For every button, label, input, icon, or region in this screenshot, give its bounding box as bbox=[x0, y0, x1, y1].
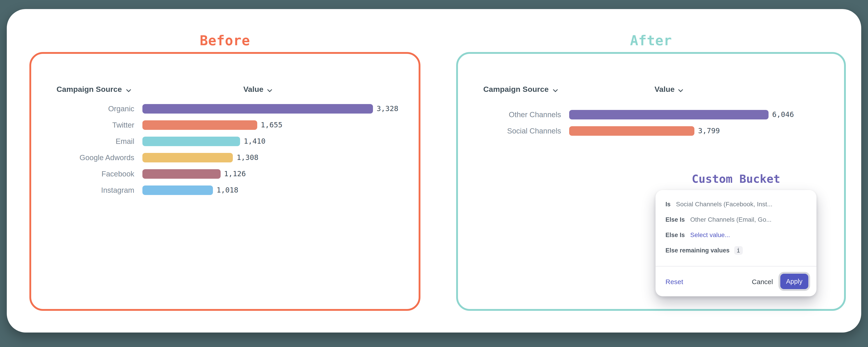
bar-track: 1,410 bbox=[143, 136, 373, 146]
value-header[interactable]: Value bbox=[655, 85, 683, 94]
chart-row: Twitter1,655 bbox=[57, 117, 418, 133]
category-label: Social Channels bbox=[483, 126, 561, 135]
chevron-down-icon bbox=[553, 86, 558, 94]
rule-value-select[interactable]: Social Channels (Facebook, Inst... bbox=[676, 200, 772, 208]
bar-track: 1,308 bbox=[143, 153, 373, 162]
chevron-down-icon bbox=[126, 86, 131, 94]
chart-row: Other Channels6,046 bbox=[483, 106, 844, 123]
bar[interactable] bbox=[143, 153, 233, 162]
value-header[interactable]: Value bbox=[243, 85, 272, 94]
value-header-label: Value bbox=[655, 85, 675, 94]
before-title: Before bbox=[29, 33, 421, 48]
bar[interactable] bbox=[143, 136, 240, 146]
bar[interactable] bbox=[143, 169, 220, 178]
after-bar-chart: Other Channels6,046Social Channels3,799 bbox=[483, 106, 844, 139]
bucket-rule-row: Else Is Other Channels (Email, Go... bbox=[655, 212, 816, 227]
custom-bucket-title: Custom Bucket bbox=[655, 172, 816, 186]
bar-value-label: 1,410 bbox=[244, 137, 266, 145]
category-label: Other Channels bbox=[483, 110, 561, 119]
category-label: Facebook bbox=[57, 169, 134, 178]
after-panel: Campaign Source Value bbox=[456, 52, 846, 311]
bar-track: 1,018 bbox=[143, 185, 373, 195]
bar[interactable] bbox=[569, 126, 694, 136]
rule-operator-label: Else Is bbox=[665, 216, 685, 223]
chart-row: Email1,410 bbox=[57, 133, 418, 149]
chart-row: Facebook1,126 bbox=[57, 166, 418, 182]
campaign-source-header[interactable]: Campaign Source bbox=[57, 85, 131, 94]
bar-value-label: 1,655 bbox=[260, 121, 282, 129]
campaign-source-header-label: Campaign Source bbox=[57, 85, 122, 94]
campaign-source-header[interactable]: Campaign Source bbox=[483, 85, 558, 94]
bar-track: 6,046 bbox=[569, 110, 769, 119]
rule-operator-label: Else Is bbox=[665, 231, 685, 238]
canvas-card: Before After Campaign Source Value bbox=[7, 9, 861, 332]
bar-track: 3,328 bbox=[143, 104, 373, 113]
category-label: Email bbox=[57, 137, 134, 145]
before-bar-chart: Organic3,328Twitter1,655Email1,410Google… bbox=[57, 100, 418, 198]
reset-button[interactable]: Reset bbox=[665, 278, 683, 285]
chart-row: Instagram1,018 bbox=[57, 182, 418, 198]
bar-value-label: 3,799 bbox=[698, 126, 720, 135]
category-label: Google Adwords bbox=[57, 153, 134, 162]
cancel-button[interactable]: Cancel bbox=[752, 278, 773, 285]
custom-bucket-section: Custom Bucket Is Social Channels (Facebo… bbox=[655, 172, 816, 296]
chart-row: Google Adwords1,308 bbox=[57, 149, 418, 166]
table-header-row: Campaign Source Value bbox=[57, 85, 418, 94]
table-header-row: Campaign Source Value bbox=[483, 85, 844, 94]
bucket-rule-row: Else remaining values i bbox=[655, 242, 816, 258]
after-title: After bbox=[456, 33, 846, 48]
chevron-down-icon bbox=[678, 86, 683, 94]
bar[interactable] bbox=[143, 104, 373, 113]
campaign-source-header-label: Campaign Source bbox=[483, 85, 549, 94]
bar-track: 3,799 bbox=[569, 126, 769, 136]
bar-value-label: 3,328 bbox=[377, 104, 398, 113]
custom-bucket-dialog: Is Social Channels (Facebook, Inst... El… bbox=[655, 190, 816, 296]
bucket-rule-row: Else Is Select value... bbox=[655, 227, 816, 242]
category-label: Twitter bbox=[57, 121, 134, 129]
category-label: Instagram bbox=[57, 186, 134, 194]
before-panel: Campaign Source Value bbox=[29, 52, 421, 311]
select-value-link[interactable]: Select value... bbox=[690, 231, 730, 238]
bar-value-label: 1,308 bbox=[237, 153, 258, 162]
bar[interactable] bbox=[143, 185, 213, 195]
bar[interactable] bbox=[143, 120, 257, 129]
chevron-down-icon bbox=[267, 86, 272, 94]
value-header-label: Value bbox=[243, 85, 264, 94]
rule-operator-label: Is bbox=[665, 201, 671, 207]
bar-value-label: 6,046 bbox=[772, 110, 794, 119]
category-label: Organic bbox=[57, 104, 134, 113]
apply-button[interactable]: Apply bbox=[780, 274, 808, 289]
comparison-stage: Before After Campaign Source Value bbox=[0, 0, 868, 347]
bar-value-label: 1,018 bbox=[217, 186, 238, 194]
info-icon[interactable]: i bbox=[734, 246, 743, 255]
chart-row: Organic3,328 bbox=[57, 100, 418, 117]
dialog-footer: Reset Cancel Apply bbox=[655, 266, 816, 296]
bar-track: 1,655 bbox=[143, 120, 373, 129]
chart-row: Social Channels3,799 bbox=[483, 123, 844, 139]
rule-value-select[interactable]: Other Channels (Email, Go... bbox=[690, 216, 772, 223]
bar-track: 1,126 bbox=[143, 169, 373, 178]
bar-value-label: 1,126 bbox=[224, 169, 246, 178]
remaining-values-label: Else remaining values bbox=[665, 247, 730, 254]
bar[interactable] bbox=[569, 110, 769, 119]
bucket-rule-row: Is Social Channels (Facebook, Inst... bbox=[655, 196, 816, 212]
